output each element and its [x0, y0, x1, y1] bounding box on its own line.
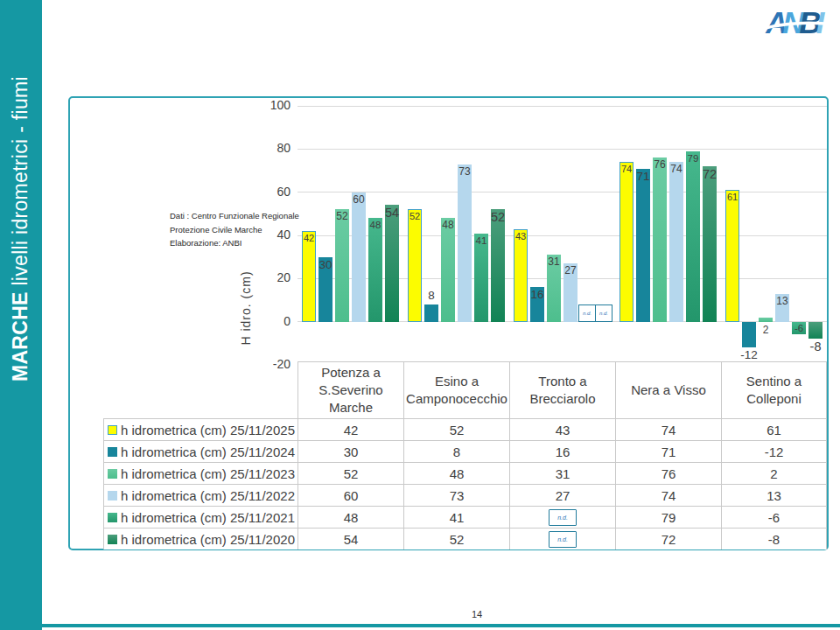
chart-bar — [703, 166, 717, 322]
anbi-logo-graphic: ANBI — [763, 4, 835, 44]
table-value-cell: 30 — [298, 440, 403, 462]
chart-bar — [620, 162, 634, 322]
table-value-cell: 2 — [721, 462, 827, 484]
y-axis-tick: 80 — [248, 141, 290, 155]
bar-value-label: 42 — [294, 233, 324, 243]
data-table: Potenza a S.Severino MarcheEsino a Campo… — [103, 361, 827, 550]
series-name: h idrometrica (cm) 25/11/2025 — [121, 423, 295, 438]
chart-bar — [352, 192, 366, 322]
table-header-cell: Esino a Camponocecchio — [403, 361, 509, 418]
table-value-cell: -8 — [721, 528, 827, 550]
table-row: h idrometrica (cm) 25/11/2023524831762 — [103, 462, 827, 484]
y-axis-tick: 60 — [248, 185, 290, 199]
series-row-label: h idrometrica (cm) 25/11/2023 — [103, 462, 298, 484]
chart-bar — [653, 158, 667, 321]
chart-bar — [491, 209, 505, 321]
gridline — [298, 106, 827, 107]
table-value-cell: 42 — [298, 418, 403, 440]
table-value-cell: 72 — [615, 528, 721, 550]
table-value-cell: 54 — [298, 528, 403, 550]
table-row: h idrometrica (cm) 25/11/20254252437461 — [103, 418, 827, 440]
anbi-logo: ANBI — [763, 4, 835, 44]
table-header-cell: Nera a Visso — [615, 361, 721, 418]
legend-swatch — [108, 513, 117, 522]
nd-marker: n.d. — [549, 509, 577, 526]
chart-bar — [424, 304, 438, 322]
nd-label: n.d. — [599, 311, 608, 316]
gridline — [298, 192, 827, 192]
series-row-label: h idrometrica (cm) 25/11/2025 — [103, 418, 298, 440]
legend-swatch — [108, 469, 117, 479]
table-value-cell: 73 — [403, 484, 509, 506]
chart-bar — [368, 218, 382, 321]
table-value-cell: 13 — [721, 484, 827, 506]
series-name: h idrometrica (cm) 25/11/2022 — [121, 488, 295, 503]
table-value-cell: -6 — [721, 506, 827, 528]
page-title-region: MARCHE — [9, 291, 32, 382]
nd-label: n.d. — [583, 311, 592, 316]
chart-bar — [441, 218, 455, 321]
nd-label: n.d. — [557, 514, 568, 521]
nd-marker: n.d. — [549, 531, 577, 548]
series-row-label: h idrometrica (cm) 25/11/2021 — [103, 506, 298, 528]
series-name: h idrometrica (cm) 25/11/2021 — [121, 510, 295, 525]
gridline — [298, 149, 827, 150]
table-value-cell: 52 — [403, 418, 509, 440]
nd-label: n.d. — [557, 536, 568, 542]
table-header-cell: Potenza a S.Severino Marche — [298, 361, 403, 418]
bar-chart: 4230526048545284873415243163127n.d.n.d.7… — [298, 106, 827, 365]
series-row-label: h idrometrica (cm) 25/11/2020 — [103, 528, 298, 550]
chart-bar — [335, 209, 349, 321]
legend-swatch — [108, 425, 117, 435]
table-value-cell: 8 — [403, 440, 509, 462]
table-header-cell: Tronto a Brecciarolo — [509, 361, 615, 418]
table-value-cell: 16 — [509, 440, 615, 462]
table-row: h idrometrica (cm) 25/11/20205452n.d.72-… — [103, 528, 827, 550]
table-value-cell: 74 — [615, 484, 721, 506]
bar-value-label: 27 — [556, 265, 585, 276]
bar-value-label: 2 — [751, 325, 780, 336]
legend-swatch — [108, 491, 117, 500]
table-value-cell: 48 — [403, 462, 509, 484]
chart-bar — [408, 209, 422, 321]
nd-marker: n.d. — [595, 304, 612, 322]
page-title: MARCHE livelli idrometrici - fiumi — [9, 76, 32, 382]
bar-value-label: 60 — [344, 194, 374, 206]
table-value-cell: 31 — [509, 462, 615, 484]
y-axis-tick: 0 — [248, 314, 290, 328]
bar-value-label: 61 — [718, 192, 747, 202]
bar-value-label: 73 — [450, 166, 480, 178]
y-axis-tick: 20 — [248, 270, 290, 284]
table-header-cell: Sentino a Colleponi — [721, 361, 827, 418]
sidebar-banner: MARCHE livelli idrometrici - fiumi — [0, 0, 42, 630]
series-row-label: h idrometrica (cm) 25/11/2024 — [103, 440, 298, 462]
table-value-cell: 61 — [721, 418, 827, 440]
legend-swatch — [108, 535, 117, 544]
table-value-cell: 41 — [403, 506, 509, 528]
page-title-subject: livelli idrometrici - fiumi — [9, 76, 32, 291]
table-value-cell: 71 — [615, 440, 721, 462]
page-number: 14 — [438, 609, 516, 620]
bar-value-label: 52 — [400, 211, 430, 221]
table-value-cell: 74 — [615, 418, 721, 440]
table-header-spacer — [103, 361, 298, 418]
y-axis-tick: 100 — [248, 98, 290, 112]
bar-value-label: 52 — [483, 211, 513, 225]
series-name: h idrometrica (cm) 25/11/2024 — [121, 444, 295, 459]
y-axis-tick: 40 — [248, 228, 290, 242]
note-line: Dati : Centro Funzionale Regionale — [170, 209, 299, 223]
chart-bar — [725, 190, 739, 321]
chart-bar — [302, 231, 316, 322]
table-value-cell: -12 — [721, 440, 827, 462]
table-value-cell: 48 — [298, 506, 403, 528]
table-value-cell: n.d. — [509, 506, 615, 528]
chart-bar — [808, 322, 822, 340]
table-row: h idrometrica (cm) 25/11/20226073277413 — [103, 484, 827, 506]
series-name: h idrometrica (cm) 25/11/2020 — [121, 532, 295, 547]
bar-value-label: 72 — [695, 168, 724, 182]
bar-value-label: 13 — [767, 296, 797, 307]
bar-value-label: 43 — [506, 231, 536, 242]
bar-value-label: -8 — [801, 340, 830, 354]
footer-rule — [0, 624, 840, 627]
chart-bar — [514, 229, 528, 322]
